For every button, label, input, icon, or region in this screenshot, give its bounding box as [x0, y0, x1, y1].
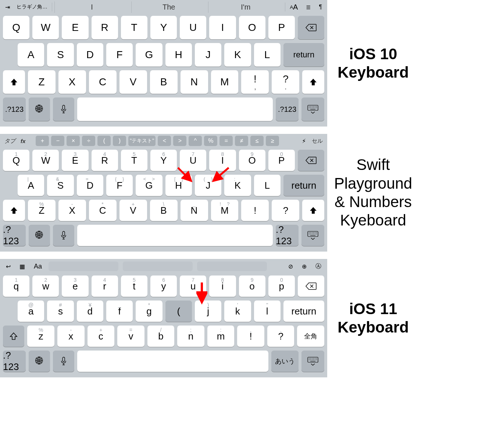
kb3-globe-key[interactable]: 🌐︎	[29, 351, 50, 372]
kb2-key-m[interactable]: !?M	[211, 200, 239, 221]
key-punct-1[interactable]: !,	[241, 70, 269, 94]
kb3-key-k[interactable]: 'k	[224, 301, 251, 322]
kb2-key-k[interactable]: :K	[224, 175, 251, 196]
globe-key[interactable]: 🌐︎	[29, 97, 50, 121]
kb2-key-exclaim[interactable]: !	[241, 200, 269, 221]
sym-neq[interactable]: ≠	[235, 136, 248, 146]
text-size-icon[interactable]: AA	[288, 3, 300, 11]
tab-icon[interactable]: ⇥	[3, 4, 12, 11]
kb2-shift-left[interactable]	[3, 200, 25, 221]
kb2-globe-key[interactable]: 🌐︎	[29, 225, 50, 246]
key-j[interactable]: J	[195, 43, 221, 67]
suggestion-2[interactable]: The	[131, 1, 206, 13]
sym-plus[interactable]: +	[36, 136, 49, 146]
kb2-key-q[interactable]: 1Q	[3, 150, 29, 171]
kb2-key-p[interactable]: 0P	[268, 150, 295, 171]
kb3-key-b[interactable]: /b	[147, 326, 175, 347]
font-hint[interactable]: ヒラギノ角…	[14, 4, 50, 10]
key-v[interactable]: V	[119, 70, 147, 94]
kb3-key-n[interactable]: ;n	[177, 326, 204, 347]
kb2-key-question[interactable]: ?	[272, 200, 299, 221]
kb3-key-e[interactable]: 3e	[62, 275, 88, 297]
kb3-key-w[interactable]: 2w	[32, 275, 59, 297]
kb3-key-z[interactable]: %z	[27, 326, 54, 347]
kb2-key-w[interactable]: 2W	[32, 150, 59, 171]
kb3-key-t[interactable]: 5t	[121, 275, 147, 297]
dismiss-keyboard-key[interactable]	[301, 97, 324, 121]
suggestion-pill-2[interactable]	[123, 262, 193, 271]
kb3-spacebar[interactable]	[77, 351, 268, 372]
kb3-key-m[interactable]: :m	[207, 326, 235, 347]
undo-icon[interactable]: ↩︎	[4, 263, 13, 270]
key-o[interactable]: O	[239, 16, 265, 39]
kb3-key-p[interactable]: 0p	[268, 275, 295, 297]
kb3-key-l[interactable]: "l	[254, 301, 281, 322]
sym-eq[interactable]: =	[219, 136, 233, 146]
kb2-numbers-left[interactable]: .?123	[3, 225, 26, 246]
kb2-key-j[interactable]: ()J	[195, 175, 221, 196]
kb3-key-q[interactable]: 1q	[3, 275, 29, 297]
kb3-backspace-key[interactable]	[298, 275, 324, 297]
key-g[interactable]: G	[136, 43, 162, 67]
key-u[interactable]: U	[180, 16, 206, 39]
kb3-key-u[interactable]: 7u	[180, 275, 206, 297]
suggestion-pill-3[interactable]	[197, 262, 267, 271]
bolt-icon[interactable]: ⚡︎	[300, 138, 308, 145]
kb2-numbers-right[interactable]: .?123	[276, 225, 299, 246]
kb3-return-key[interactable]: return	[283, 301, 324, 322]
sym-text[interactable]: "テキスト"	[128, 136, 156, 146]
sym-le[interactable]: ≤	[250, 136, 264, 146]
kb3-dictation-key[interactable]	[53, 351, 74, 372]
kb2-dismiss-key[interactable]	[301, 225, 324, 246]
kb2-key-n[interactable]: _N	[181, 200, 208, 221]
sym-minus[interactable]: −	[51, 136, 64, 146]
cell-label[interactable]: セル	[310, 138, 324, 145]
kb2-shift-right[interactable]	[302, 200, 324, 221]
pen-circle-icon[interactable]: Ⓐ	[313, 263, 324, 270]
kb2-key-z[interactable]: %Z	[28, 200, 56, 221]
key-b[interactable]: B	[150, 70, 178, 94]
kb2-key-u[interactable]: 7U	[180, 150, 206, 171]
key-d[interactable]: D	[77, 43, 103, 67]
tab-label[interactable]: タブ	[3, 138, 17, 145]
key-x[interactable]: X	[58, 70, 86, 94]
text-format-icon[interactable]: Aa	[32, 263, 44, 270]
kb2-key-s[interactable]: &S	[47, 175, 74, 196]
kb3-key-r[interactable]: 4r	[92, 275, 118, 297]
sym-lt[interactable]: <	[158, 136, 171, 146]
table-icon[interactable]: ▦	[17, 263, 27, 270]
kb2-key-o[interactable]: 9O	[239, 150, 265, 171]
sym-mult[interactable]: ×	[67, 136, 80, 146]
kb3-key-o[interactable]: 9o	[239, 275, 265, 297]
kb2-return-key[interactable]: return	[283, 175, 324, 196]
kb3-key-y[interactable]: 6y	[150, 275, 177, 297]
kb2-key-r[interactable]: 4R	[92, 150, 118, 171]
kb2-key-f[interactable]: {}F	[106, 175, 133, 196]
check-circle-icon[interactable]: ⊘	[286, 263, 295, 270]
suggestion-3[interactable]: I'm	[208, 1, 283, 13]
shift-key-left[interactable]	[3, 70, 25, 94]
key-y[interactable]: Y	[150, 16, 177, 39]
kb2-dictation-key[interactable]	[53, 225, 74, 246]
sym-pct[interactable]: %	[204, 136, 217, 146]
kb2-key-b[interactable]: \B	[150, 200, 178, 221]
kb2-key-l[interactable]: L	[254, 175, 281, 196]
kb3-zenkaku-key[interactable]: 全角	[297, 326, 324, 347]
plus-circle-icon[interactable]: ⊕	[300, 263, 309, 270]
key-s[interactable]: S	[47, 43, 74, 67]
kb3-numbers-key[interactable]: .?123	[3, 351, 26, 372]
shift-key-right[interactable]	[302, 70, 324, 94]
kb3-key-j[interactable]: )j	[195, 301, 221, 322]
pilcrow-icon[interactable]: ¶	[317, 4, 324, 10]
kb3-shift-key[interactable]	[3, 326, 24, 347]
suggestion-1[interactable]: I	[54, 1, 129, 13]
key-t[interactable]: T	[121, 16, 147, 39]
key-n[interactable]: N	[181, 70, 208, 94]
key-e[interactable]: E	[62, 16, 88, 39]
kb2-key-x[interactable]: -X	[58, 200, 86, 221]
kb3-key-s[interactable]: #s	[47, 301, 74, 322]
key-m[interactable]: M	[211, 70, 239, 94]
key-punct-2[interactable]: ?.	[272, 70, 299, 94]
sym-div[interactable]: ÷	[82, 136, 95, 146]
spacebar[interactable]	[77, 97, 273, 121]
